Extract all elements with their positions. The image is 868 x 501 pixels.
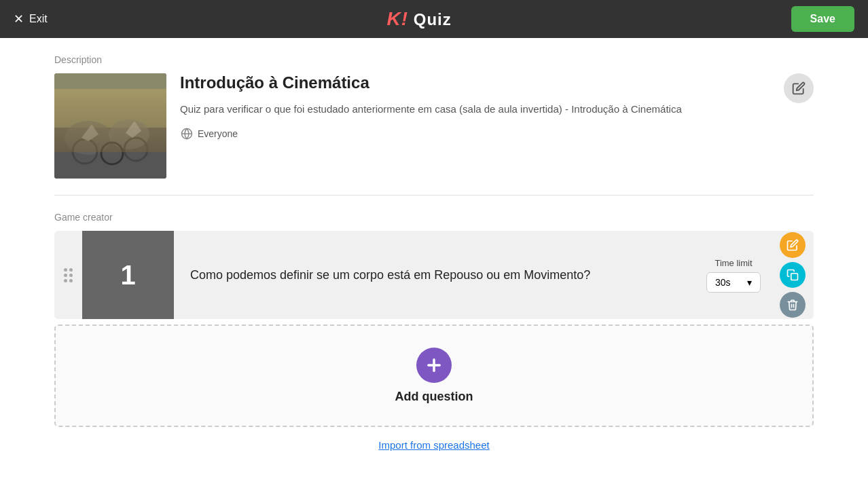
pencil-icon [786, 239, 799, 251]
edit-description-button[interactable] [784, 73, 814, 103]
svg-point-2 [65, 121, 112, 155]
question-actions [772, 232, 814, 318]
close-icon: ✕ [14, 12, 24, 26]
svg-rect-11 [791, 274, 798, 280]
add-question-button[interactable] [416, 348, 452, 383]
chevron-down-icon: ▾ [747, 277, 752, 288]
header: ✕ Exit K! Quiz Save [0, 0, 868, 38]
save-button[interactable]: Save [791, 6, 854, 32]
logo-k: K! [387, 8, 409, 29]
game-creator-label: Game creator [54, 212, 814, 223]
copy-question-button[interactable] [780, 262, 806, 288]
drag-dots-row2 [64, 274, 73, 277]
pencil-icon [792, 81, 806, 95]
time-limit-box: Time limit 30s ▾ [706, 258, 761, 293]
add-question-area[interactable]: Add question [54, 324, 814, 427]
quiz-thumbnail [54, 73, 166, 179]
quiz-audience: Everyone [180, 127, 814, 141]
quiz-description: Quiz para verificar o que foi estudado a… [180, 102, 814, 117]
time-select[interactable]: 30s ▾ [706, 272, 761, 293]
quiz-title: Introdução à Cinemática [180, 73, 814, 92]
globe-icon [180, 127, 194, 141]
question-number: 1 [120, 260, 135, 291]
svg-point-3 [109, 119, 149, 149]
trash-icon [786, 299, 799, 311]
drag-handle[interactable] [54, 268, 82, 282]
svg-marker-8 [126, 121, 141, 138]
question-text: Como podemos definir se um corpo está em… [174, 266, 706, 284]
drag-dot [64, 279, 67, 282]
thumbnail-svg [54, 73, 166, 179]
game-creator-section: Game creator 1 Como podem [54, 212, 814, 427]
svg-rect-1 [54, 128, 166, 179]
svg-marker-7 [82, 124, 98, 141]
exit-label: Exit [29, 13, 48, 25]
drag-dot [64, 274, 67, 277]
main-content: Description [0, 38, 868, 501]
description-block: Introdução à Cinemática Quiz para verifi… [54, 73, 814, 196]
drag-dot [69, 274, 73, 277]
import-spreadsheet-link[interactable]: Import from spreadsheet [378, 439, 489, 451]
add-question-label: Add question [395, 390, 473, 404]
drag-dots-row1 [64, 268, 73, 272]
import-link-wrapper: Import from spreadsheet [54, 439, 814, 451]
logo-text: K! Quiz [387, 8, 452, 30]
description-label: Description [54, 54, 814, 65]
drag-dots-row3 [64, 279, 73, 282]
drag-dot [64, 268, 67, 272]
edit-question-button[interactable] [780, 232, 806, 258]
plus-icon [424, 356, 444, 375]
question-row: 1 Como podemos definir se um corpo está … [54, 231, 814, 319]
time-value: 30s [715, 277, 731, 288]
drag-dot [69, 268, 73, 272]
thumbnail-image [54, 73, 166, 179]
description-content: Introdução à Cinemática Quiz para verifi… [180, 73, 814, 141]
exit-button[interactable]: ✕ Exit [14, 12, 48, 26]
drag-dot [69, 279, 73, 282]
time-limit-label: Time limit [715, 258, 752, 268]
delete-question-button[interactable] [780, 292, 806, 318]
question-number-box: 1 [82, 231, 174, 319]
audience-label: Everyone [198, 128, 238, 139]
logo: K! Quiz [387, 8, 452, 30]
copy-icon [786, 269, 799, 281]
